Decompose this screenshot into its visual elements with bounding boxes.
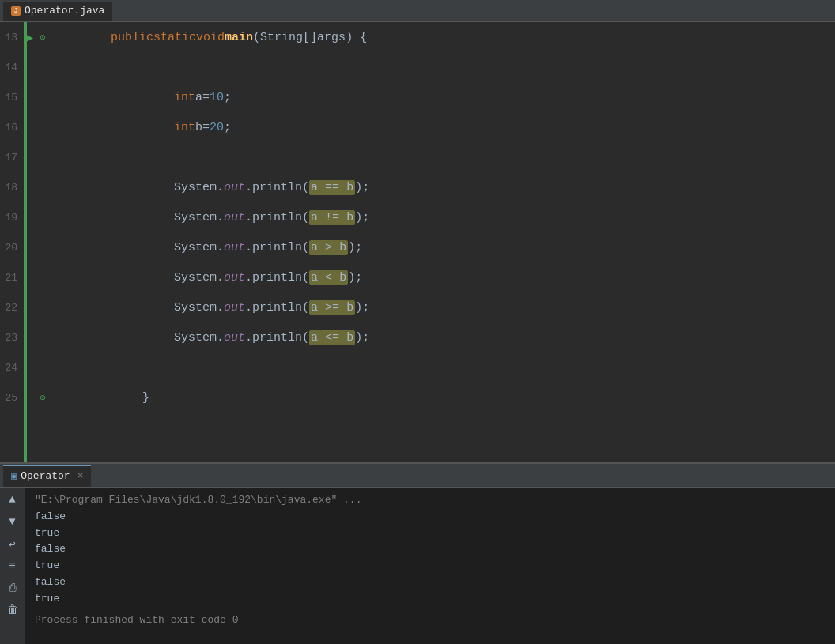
keyword-void: void (196, 31, 225, 44)
punct-bracket: [] (303, 31, 317, 44)
line-number-17: 17 (0, 152, 24, 164)
console-toolbar: ▲ ▼ ↩ ≡ ⎙ 🗑 (0, 488, 25, 644)
gutter-row-22: 22 (0, 292, 95, 322)
clear-console-button[interactable]: 🗑 (4, 601, 21, 619)
punct-dot-20b: . (245, 241, 252, 254)
field-out-20: out (224, 241, 245, 254)
punct-open-22: ( (302, 301, 309, 314)
highlight-gt: a > b (309, 240, 348, 255)
line-number-18: 18 (0, 182, 24, 194)
console-output-area: "E:\Program Files\Java\jdk1.8.0_192\bin\… (25, 488, 835, 644)
print-button[interactable]: ⎙ (4, 579, 21, 597)
console-tab-operator[interactable]: ▣ Operator × (3, 465, 91, 487)
gutter-row-18: 18 (0, 172, 95, 202)
var-b-20: b (339, 241, 346, 254)
punct-close-23: ); (355, 331, 369, 345)
string-type: String (260, 31, 303, 44)
line-number-19: 19 (0, 212, 24, 224)
var-a-23: a (311, 331, 325, 345)
console-tab-label: Operator (21, 470, 70, 482)
op-eq-eq: == (325, 181, 346, 194)
gutter-row-23: 23 (0, 322, 95, 352)
code-area[interactable]: public static void main ( String [] args… (95, 22, 835, 462)
keyword-int-b: int (174, 121, 195, 134)
code-line-13: public static void main ( String [] args… (111, 22, 835, 52)
code-line-19: System . out . println ( a != b ); (111, 202, 835, 232)
close-brace-25: } (142, 391, 149, 405)
punct-dot-23b: . (245, 331, 252, 345)
punct-dot-23a: . (217, 331, 224, 345)
console-exit-message: Process finished with exit code 0 (35, 612, 826, 629)
keyword-public: public (111, 31, 153, 44)
var-b: b (195, 121, 202, 134)
editor-tab-operator[interactable]: J Operator.java (3, 2, 112, 21)
punct-open-paren-13: ( (253, 31, 260, 44)
operator-eq-b: = (202, 121, 210, 134)
op-gte: >= (325, 301, 346, 314)
line-number-15: 15 (0, 92, 24, 104)
line-number-22: 22 (0, 302, 24, 314)
line-number-13: 13 (0, 32, 24, 43)
line-number-24: 24 (0, 362, 24, 374)
gutter-row-16: 16 (0, 112, 95, 142)
class-system-18: System (174, 181, 217, 194)
console-output-true1: true (35, 525, 826, 542)
class-system-19: System (174, 211, 217, 224)
var-b-19: b (346, 211, 353, 224)
keyword-static: static (153, 31, 196, 44)
var-b-23: b (346, 331, 353, 345)
line-number-21: 21 (0, 272, 24, 284)
gutter-row-21: 21 (0, 262, 95, 292)
bookmark-13[interactable]: ⊙ (36, 32, 49, 43)
punct-dot-19b: . (245, 211, 252, 224)
operator-eq-a: = (202, 91, 210, 104)
op-gt: > (325, 241, 339, 254)
gutter: 13 ▶ ⊙ 14 15 16 (0, 22, 95, 462)
field-out-23: out (224, 331, 245, 345)
highlight-neq: a != b (309, 210, 355, 225)
code-line-23: System . out . println ( a <= b ); (111, 322, 835, 352)
console-content: ▲ ▼ ↩ ≡ ⎙ 🗑 "E:\Program Files\Java\jdk1.… (0, 488, 835, 644)
field-out-18: out (224, 181, 245, 194)
scroll-down-button[interactable]: ▼ (4, 513, 21, 530)
line-number-25: 25 (0, 392, 24, 404)
line-number-23: 23 (0, 332, 24, 344)
keyword-int-a: int (174, 91, 195, 104)
bookmark-25[interactable]: ⊙ (36, 392, 49, 404)
gutter-row-15: 15 (0, 82, 95, 112)
console-tab-icon: ▣ (11, 470, 17, 482)
code-line-22: System . out . println ( a >= b ); (111, 292, 835, 322)
method-println-22: println (252, 301, 302, 314)
console-tab-close[interactable]: × (77, 470, 84, 482)
highlight-eq: a == b (309, 180, 355, 195)
punct-semi-16: ; (224, 121, 231, 134)
line-number-16: 16 (0, 122, 24, 134)
field-out-21: out (224, 271, 245, 284)
console-cmd-line: "E:\Program Files\Java\jdk1.8.0_192\bin\… (35, 492, 826, 509)
code-line-25: } (111, 382, 835, 412)
var-b-22: b (346, 301, 353, 314)
op-lte: <= (325, 331, 346, 345)
punct-dot-18a: . (217, 181, 224, 194)
var-a-22: a (311, 301, 325, 314)
field-out-22: out (224, 301, 245, 314)
gutter-row-14: 14 (0, 52, 95, 82)
list-view-button[interactable]: ≡ (4, 557, 21, 574)
line-number-20: 20 (0, 242, 24, 254)
editor-tab-bar: J Operator.java (0, 0, 835, 22)
punct-close-20: ); (348, 241, 362, 254)
code-line-15: int a = 10 ; (111, 82, 835, 112)
var-b-18: b (346, 181, 353, 194)
scroll-up-button[interactable]: ▲ (4, 491, 21, 508)
gutter-row-24: 24 (0, 352, 95, 382)
wrap-toggle-button[interactable]: ↩ (4, 535, 21, 552)
punct-close-18: ); (355, 181, 369, 194)
highlight-lte: a <= b (309, 330, 355, 345)
code-line-21: System . out . println ( a < b ); (111, 262, 835, 292)
code-line-17 (111, 142, 835, 172)
line-number-14: 14 (0, 62, 24, 73)
method-println-19: println (252, 211, 302, 224)
method-println-18: println (252, 181, 302, 194)
var-a-21: a (311, 271, 325, 284)
punct-dot-22b: . (245, 301, 252, 314)
